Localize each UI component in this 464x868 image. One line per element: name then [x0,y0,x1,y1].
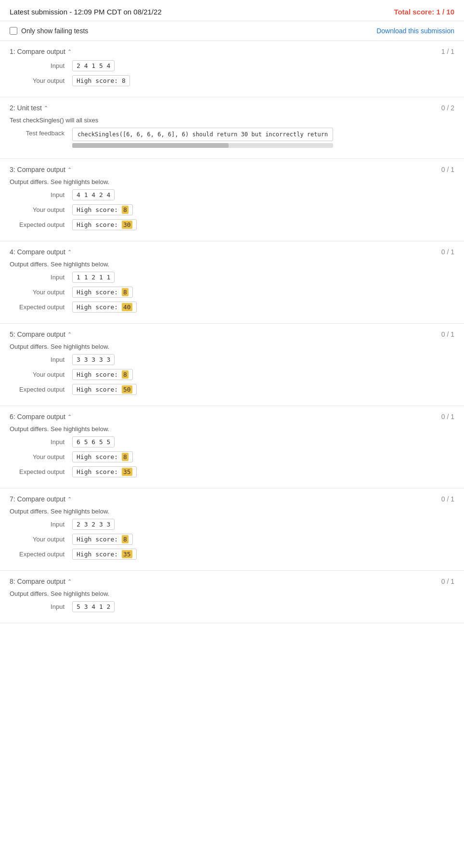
feedback-box: checkSingles([6, 6, 6, 6, 6], 6) should … [72,128,333,141]
test-section-4: 4: Compare output ⌃0 / 1Output differs. … [0,241,464,324]
test-header-left-6[interactable]: 6: Compare output ⌃ [10,413,72,421]
your-output-row: Your outputHigh score: 8 [10,534,454,545]
test-header-left-4[interactable]: 4: Compare output ⌃ [10,248,72,256]
chevron-icon: ⌃ [67,49,72,55]
your-output-highlight: 8 [122,370,129,379]
input-value: 3 3 3 3 3 [72,354,115,365]
test-header-left-2[interactable]: 2: Unit test ⌃ [10,104,48,112]
expected-output-value: High score: 40 [72,302,137,313]
unit-test-description: Test checkSingles() will all sixes [10,117,454,124]
error-text: Output differs. See highlights below. [10,261,454,268]
input-label: Input [10,272,72,281]
expected-output-row: Expected outputHigh score: 40 [10,302,454,313]
test-section-8: 8: Compare output ⌃0 / 1Output differs. … [0,571,464,623]
test-score-6: 0 / 1 [441,413,454,421]
expected-output-label: Expected output [10,384,72,393]
your-output-label: Your output [10,204,72,213]
test-header-8: 8: Compare output ⌃0 / 1 [10,578,454,585]
test-section-1: 1: Compare output ⌃1 / 1Input2 4 1 5 4Yo… [0,41,464,97]
expected-output-highlight: 50 [122,385,132,394]
your-output-label: Your output [10,75,72,84]
test-section-2: 2: Unit test ⌃0 / 2Test checkSingles() w… [0,97,464,159]
input-row: Input6 5 6 5 5 [10,436,454,447]
input-label: Input [10,519,72,528]
expected-output-label: Expected output [10,219,72,228]
test-score-8: 0 / 1 [441,578,454,585]
test-body-2: Test checkSingles() will all sixesTest f… [10,117,454,148]
expected-output-highlight: 30 [122,221,132,229]
input-value: 2 3 2 3 3 [72,519,115,530]
your-output-highlight: 8 [122,206,129,214]
submission-title: Latest submission - 12:09 PM CDT on 08/2… [10,8,162,16]
expected-output-label: Expected output [10,466,72,475]
test-section-3: 3: Compare output ⌃0 / 1Output differs. … [0,159,464,241]
expected-output-row: Expected outputHigh score: 30 [10,219,454,230]
test-body-8: Output differs. See highlights below.Inp… [10,590,454,612]
input-value: 5 3 4 1 2 [72,601,115,612]
test-body-1: Input2 4 1 5 4Your outputHigh score: 8 [10,60,454,86]
test-header-left-7[interactable]: 7: Compare output ⌃ [10,495,72,503]
chevron-icon: ⌃ [67,249,72,255]
controls-bar: Only show failing tests Download this su… [0,21,464,41]
your-output-label: Your output [10,287,72,296]
expected-output-highlight: 35 [122,550,132,558]
chevron-icon: ⌃ [67,331,72,338]
test-score-7: 0 / 1 [441,495,454,503]
expected-output-value: High score: 50 [72,384,137,395]
input-label: Input [10,354,72,363]
test-header-left-8[interactable]: 8: Compare output ⌃ [10,578,72,585]
input-row: Input2 3 2 3 3 [10,519,454,530]
feedback-scrollbar[interactable] [72,143,333,148]
test-body-4: Output differs. See highlights below.Inp… [10,261,454,313]
test-header-1: 1: Compare output ⌃1 / 1 [10,48,454,55]
download-link[interactable]: Download this submission [376,27,454,35]
error-text: Output differs. See highlights below. [10,425,454,433]
only-failing-label[interactable]: Only show failing tests [10,27,88,35]
your-output-row: Your outputHigh score: 8 [10,204,454,215]
input-row: Input2 4 1 5 4 [10,60,454,71]
test-score-5: 0 / 1 [441,330,454,338]
test-score-1: 1 / 1 [441,48,454,55]
test-section-5: 5: Compare output ⌃0 / 1Output differs. … [0,324,464,406]
test-header-3: 3: Compare output ⌃0 / 1 [10,166,454,173]
test-body-6: Output differs. See highlights below.Inp… [10,425,454,477]
your-output-label: Your output [10,534,72,543]
test-id-label: 1: Compare output [10,48,65,55]
input-row: Input4 1 4 2 4 [10,189,454,200]
your-output-value: High score: 8 [72,451,133,462]
your-output-value: High score: 8 [72,287,133,298]
input-row: Input3 3 3 3 3 [10,354,454,365]
expected-output-label: Expected output [10,549,72,558]
chevron-icon: ⌃ [44,105,48,111]
expected-output-row: Expected outputHigh score: 35 [10,466,454,477]
input-label: Input [10,189,72,198]
input-value: 2 4 1 5 4 [72,60,115,71]
input-label: Input [10,436,72,446]
test-header-left-5[interactable]: 5: Compare output ⌃ [10,330,72,338]
your-output-row: Your outputHigh score: 8 [10,287,454,298]
only-failing-checkbox[interactable] [10,27,17,35]
your-output-value: High score: 8 [72,75,130,86]
your-output-row: Your outputHigh score: 8 [10,451,454,462]
test-header-7: 7: Compare output ⌃0 / 1 [10,495,454,503]
test-id-label: 5: Compare output [10,330,65,338]
expected-output-value: High score: 30 [72,219,137,230]
page-header: Latest submission - 12:09 PM CDT on 08/2… [0,0,464,21]
test-header-2: 2: Unit test ⌃0 / 2 [10,104,454,112]
test-body-3: Output differs. See highlights below.Inp… [10,178,454,230]
test-header-left-3[interactable]: 3: Compare output ⌃ [10,166,72,173]
input-value: 4 1 4 2 4 [72,189,115,200]
input-label: Input [10,601,72,610]
test-id-label: 3: Compare output [10,166,65,173]
total-score: Total score: 1 / 10 [394,8,454,16]
input-value: 1 1 2 1 1 [72,272,115,283]
test-header-left-1[interactable]: 1: Compare output ⌃ [10,48,72,55]
test-id-label: 4: Compare output [10,248,65,256]
expected-output-value: High score: 35 [72,466,137,477]
input-value: 6 5 6 5 5 [72,436,115,447]
test-body-5: Output differs. See highlights below.Inp… [10,343,454,395]
error-text: Output differs. See highlights below. [10,343,454,350]
input-label: Input [10,60,72,69]
error-text: Output differs. See highlights below. [10,178,454,185]
chevron-icon: ⌃ [67,414,72,420]
